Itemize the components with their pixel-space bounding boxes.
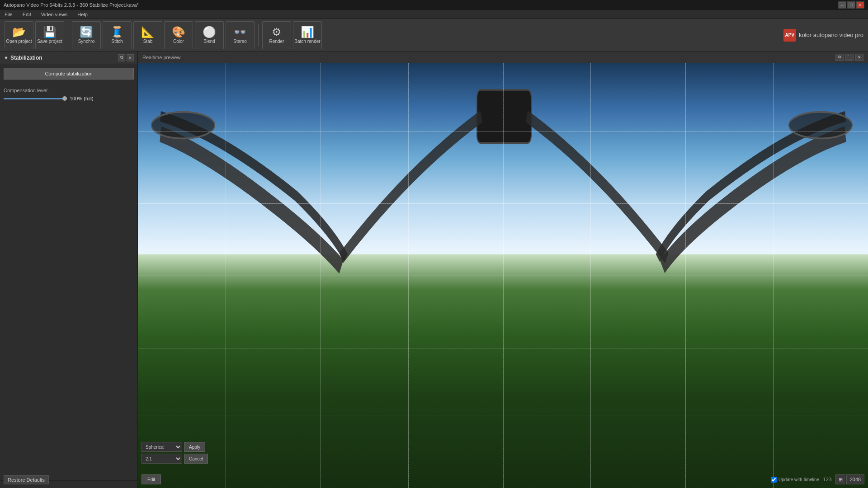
blend-icon: ⚪ (203, 27, 216, 38)
close-button[interactable]: ✕ (856, 1, 864, 9)
render-button[interactable]: ⚙ Render (262, 21, 291, 49)
preview-fullscreen-button[interactable]: ⬛ (845, 54, 854, 61)
titlebar-controls: ─ □ ✕ (838, 1, 864, 9)
panel-dropdown-arrow[interactable]: ▼ (4, 55, 9, 61)
color-label: Color (173, 39, 184, 44)
panel-expand-button[interactable]: ⧉ (118, 54, 125, 61)
update-timeline-check: Update with timeline (771, 477, 819, 483)
render-label: Render (269, 39, 284, 44)
batch-render-label: Batch render (294, 39, 320, 44)
brand-text: kolor autopano video pro (799, 32, 863, 38)
brand: APV kolor autopano video pro (783, 29, 863, 42)
blend-button[interactable]: ⚪ Blend (195, 21, 224, 49)
panel-title-row: ▼ Stabilization (4, 55, 42, 61)
toolbar-separator-2 (258, 24, 259, 47)
panel-header: ▼ Stabilization ⧉ ✕ (0, 52, 137, 64)
update-timeline-checkbox[interactable] (771, 477, 777, 483)
preview-header: Realtime preview ⧉ ⬛ ✕ (138, 52, 868, 63)
projection-row: Spherical Flat Apply (142, 442, 208, 452)
preview-controls: Spherical Flat Apply 2:1 16:9 Cancel (142, 442, 208, 464)
stab-button[interactable]: 📐 Stab (133, 21, 162, 49)
compensation-value: 100% (full) (70, 96, 94, 101)
panel-footer: Restore Defaults (0, 480, 137, 488)
panel-content: Compute stabilization Compensation level… (0, 64, 137, 480)
panel-close-button[interactable]: ✕ (127, 54, 134, 61)
toolbar-separator-1 (68, 24, 68, 47)
right-area: Realtime preview ⧉ ⬛ ✕ (138, 52, 868, 488)
preview-expand-button[interactable]: ⧉ (835, 54, 844, 61)
cancel-button[interactable]: Cancel (184, 454, 208, 464)
maximize-button[interactable]: □ (847, 1, 855, 9)
open-project-label: Open project (6, 39, 32, 44)
blend-label: Blend (203, 39, 215, 44)
menu-help[interactable]: Help (75, 11, 90, 18)
compensation-label: Compensation level: (4, 88, 49, 93)
stereo-button[interactable]: 👓 Stereo (226, 21, 255, 49)
menu-file[interactable]: File (3, 11, 14, 18)
preview-close-button[interactable]: ✕ (855, 54, 863, 61)
zoom-button[interactable]: 2048 (846, 474, 864, 484)
menubar: File Edit Video views Help (0, 10, 868, 19)
color-button[interactable]: 🎨 Color (164, 21, 193, 49)
stitch-icon: 🧵 (110, 27, 124, 38)
preview-title: Realtime preview (142, 55, 180, 60)
projection-dropdown[interactable]: Spherical Flat (142, 442, 182, 452)
compute-stabilization-button[interactable]: Compute stabilization (4, 68, 134, 80)
preview-bottom-right: Update with timeline 123 ⊞ 2048 (771, 474, 864, 484)
color-icon: 🎨 (172, 27, 185, 38)
stitch-button[interactable]: 🧵 Stitch (103, 21, 132, 49)
synchro-button[interactable]: 🔄 Synchro (72, 21, 101, 49)
menu-edit[interactable]: Edit (21, 11, 33, 18)
ratio-row: 2:1 16:9 Cancel (142, 454, 208, 464)
stereo-icon: 👓 (233, 27, 247, 38)
update-timeline-label: Update with timeline (778, 477, 819, 482)
stitch-label: Stitch (111, 39, 123, 44)
forest-background (138, 254, 868, 488)
batch-render-button[interactable]: 📊 Batch render (293, 21, 322, 49)
brand-logo: APV (783, 29, 796, 42)
save-project-icon: 💾 (43, 27, 57, 38)
stab-icon: 📐 (141, 27, 155, 38)
main-area: ▼ Stabilization ⧉ ✕ Compute stabilizatio… (0, 52, 868, 488)
titlebar: Autopano Video Pro 64bits 2.3.3 - 360 St… (0, 0, 868, 10)
preview-header-buttons: ⧉ ⬛ ✕ (835, 54, 863, 61)
menu-video-views[interactable]: Video views (39, 11, 70, 18)
minimize-button[interactable]: ─ (838, 1, 846, 9)
titlebar-text: Autopano Video Pro 64bits 2.3.3 - 360 St… (4, 2, 139, 8)
stereo-label: Stereo (233, 39, 246, 44)
left-panel: ▼ Stabilization ⧉ ✕ Compute stabilizatio… (0, 52, 138, 488)
batch-render-icon: 📊 (301, 27, 314, 38)
stab-label: Stab (143, 39, 153, 44)
edit-button[interactable]: Edit (142, 474, 161, 484)
open-project-icon: 📂 (12, 27, 26, 38)
apply-button[interactable]: Apply (184, 442, 205, 452)
toolbar: 📂 Open project 💾 Save project 🔄 Synchro … (0, 19, 868, 52)
grid-view-button[interactable]: ⊞ (835, 474, 845, 484)
preview-canvas[interactable]: Spherical Flat Apply 2:1 16:9 Cancel Edi… (138, 63, 868, 488)
save-project-button[interactable]: 💾 Save project (35, 21, 64, 49)
open-project-button[interactable]: 📂 Open project (5, 21, 33, 49)
restore-defaults-button[interactable]: Restore Defaults (4, 475, 49, 484)
frame-number: 123 (823, 477, 832, 483)
ratio-dropdown[interactable]: 2:1 16:9 (142, 454, 182, 464)
synchro-label: Synchro (78, 39, 95, 44)
compensation-slider[interactable] (4, 98, 67, 99)
render-icon: ⚙ (272, 27, 282, 38)
panel-title: Stabilization (10, 55, 42, 61)
synchro-icon: 🔄 (80, 27, 93, 38)
save-project-label: Save project (37, 39, 62, 44)
